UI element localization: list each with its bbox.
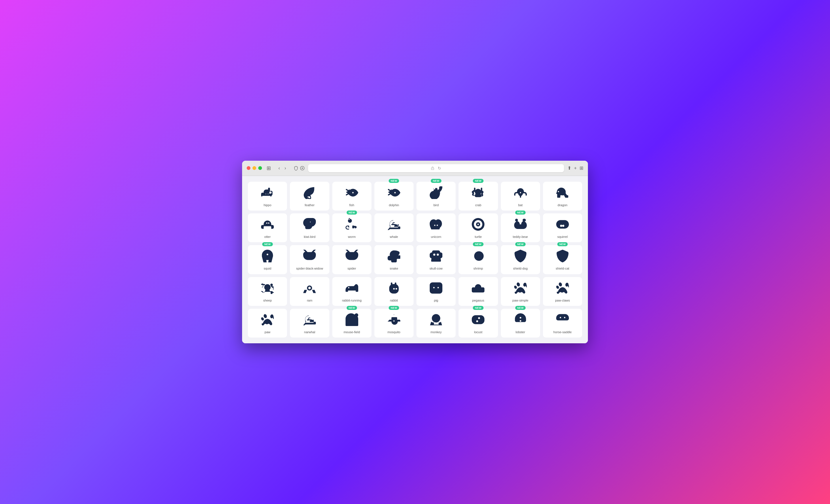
back-button[interactable]: ‹ (277, 165, 282, 171)
icon-label-narwhal: narwhal (304, 330, 315, 334)
maximize-button[interactable] (258, 166, 262, 170)
grid-icon[interactable]: ⊞ (580, 165, 583, 171)
icon-card-snake[interactable]: snake (374, 245, 414, 274)
icon-label-rabbit: rabbit (390, 298, 398, 302)
icon-card-dolphin[interactable]: NEWdolphin (374, 182, 414, 210)
icon-label-shield-cat: shield-cat (556, 266, 569, 270)
icon-card-teddy-bear[interactable]: NEWteddy-bear (501, 213, 540, 242)
icon-crab (472, 186, 484, 201)
icon-label-fish: fish (349, 203, 354, 207)
icon-card-paw-simple[interactable]: paw-simple (501, 277, 540, 306)
titlebar: ⊞ ‹ › ↻ ⬆ + ⊞ (242, 161, 588, 176)
new-badge: NEW (346, 210, 357, 214)
icon-card-shield-cat[interactable]: NEWshield-cat (543, 245, 582, 274)
icon-card-shrimp[interactable]: NEWshrimp (458, 245, 498, 274)
sidebar-toggle-button[interactable]: ⊞ (266, 165, 271, 171)
icon-card-pegasus[interactable]: pegasus (458, 277, 498, 306)
new-badge: NEW (473, 242, 484, 246)
icon-card-paw-claws[interactable]: paw-claws (543, 277, 582, 306)
icon-card-squirrel[interactable]: squirrel (543, 213, 582, 242)
icon-label-crab: crab (475, 203, 481, 207)
icon-card-rabbit[interactable]: rabbit (374, 277, 414, 306)
icon-card-crab[interactable]: NEWcrab (458, 182, 498, 210)
icon-rabbit (388, 282, 400, 296)
icon-card-pig[interactable]: pig (416, 277, 456, 306)
icon-bat (514, 186, 527, 201)
icon-label-monkey: monkey (430, 330, 442, 334)
icon-label-pegasus: pegasus (472, 298, 484, 302)
icon-label-spider: spider (348, 266, 356, 270)
icon-card-turtle[interactable]: turtle (458, 213, 498, 242)
icon-card-whale[interactable]: whale (374, 213, 414, 242)
icons-grid: hippofeatherfishNEWdolphinNEWbirdNEWcrab… (248, 182, 582, 338)
address-bar[interactable]: ↻ (308, 164, 564, 172)
icon-label-turtle: turtle (475, 235, 482, 239)
icon-card-monkey[interactable]: monkey (416, 309, 456, 338)
browser-window: ⊞ ‹ › ↻ ⬆ + ⊞ hippofeatherfishNEWdolphin… (242, 161, 588, 343)
icon-label-dolphin: dolphin (389, 203, 399, 207)
icon-card-narwhal[interactable]: narwhal (290, 309, 329, 338)
icon-card-squid[interactable]: NEWsquid (248, 245, 287, 274)
icon-card-hippo[interactable]: hippo (248, 182, 287, 210)
svg-rect-1 (431, 168, 434, 170)
icon-label-otter: otter (264, 235, 270, 239)
new-badge: NEW (389, 179, 400, 183)
icon-card-bat[interactable]: bat (501, 182, 540, 210)
icon-kiwi-bird (303, 218, 316, 232)
icon-card-spider[interactable]: spider (332, 245, 372, 274)
icon-card-kiwi-bird[interactable]: kiwi-bird (290, 213, 329, 242)
icon-paw-claws (556, 282, 569, 296)
share-icon[interactable]: ⬆ (568, 165, 571, 171)
icon-ram (303, 282, 316, 296)
icon-label-worm: worm (348, 235, 356, 239)
icon-card-worm[interactable]: NEWworm (332, 213, 372, 242)
icon-label-dragon: dragon (558, 203, 568, 207)
forward-button[interactable]: › (283, 165, 288, 171)
shield-icon (294, 166, 298, 170)
icon-label-squid: squid (264, 266, 271, 270)
icon-pegasus (472, 282, 484, 296)
icon-card-mosquito[interactable]: NEWmosquito (374, 309, 414, 338)
icon-label-hippo: hippo (264, 203, 272, 207)
icon-fish (346, 186, 358, 201)
icon-squirrel (556, 218, 569, 232)
icon-rabbit-running (346, 282, 358, 296)
icon-paw (261, 313, 274, 328)
icon-card-spider-black-widow[interactable]: spider-black-widow (290, 245, 329, 274)
icon-card-otter[interactable]: otter (248, 213, 287, 242)
icon-card-sheep[interactable]: sheep (248, 277, 287, 306)
icon-card-feather[interactable]: feather (290, 182, 329, 210)
icon-card-paw[interactable]: paw (248, 309, 287, 338)
icon-label-spider-black-widow: spider-black-widow (296, 266, 323, 270)
icon-card-dragon[interactable]: dragon (543, 182, 582, 210)
icon-label-mouse-field: mouse-field (344, 330, 360, 334)
icon-card-ram[interactable]: ram (290, 277, 329, 306)
icon-card-skull-cow[interactable]: skull-cow (416, 245, 456, 274)
icon-card-locust[interactable]: NEWlocust (458, 309, 498, 338)
refresh-icon[interactable]: ↻ (438, 166, 441, 170)
icon-label-teddy-bear: teddy-bear (513, 235, 528, 239)
icon-shield-dog (514, 250, 527, 264)
icon-paw-simple (514, 282, 527, 296)
icon-card-lobster[interactable]: NEWlobster (501, 309, 540, 338)
icon-card-unicorn[interactable]: unicorn (416, 213, 456, 242)
icon-otter (261, 218, 274, 232)
icon-card-fish[interactable]: fish (332, 182, 372, 210)
icon-label-lobster: lobster (516, 330, 525, 334)
new-tab-icon[interactable]: + (574, 166, 577, 171)
icon-shrimp (472, 250, 484, 264)
icon-hippo (261, 186, 274, 201)
icon-card-mouse-field[interactable]: NEWmouse-field (332, 309, 372, 338)
icon-card-rabbit-running[interactable]: rabbit-running (332, 277, 372, 306)
lock-icon (431, 166, 434, 170)
icon-dolphin (388, 186, 400, 201)
icon-card-horse-saddle[interactable]: horse-saddle (543, 309, 582, 338)
icon-card-shield-dog[interactable]: NEWshield-dog (501, 245, 540, 274)
icon-label-locust: locust (474, 330, 482, 334)
minimize-button[interactable] (252, 166, 256, 170)
close-button[interactable] (247, 166, 250, 170)
new-badge: NEW (389, 306, 400, 310)
icon-label-bird: bird (434, 203, 439, 207)
icon-card-bird[interactable]: NEWbird (416, 182, 456, 210)
new-badge: NEW (431, 179, 442, 183)
